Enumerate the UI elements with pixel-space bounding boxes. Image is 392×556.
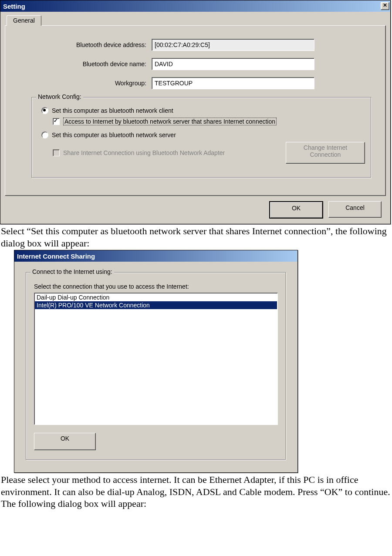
doc-paragraph-1: Select “Set this computer as bluetooth n…	[1, 225, 390, 249]
network-config-fieldset: Network Config: Set this computer as blu…	[31, 97, 372, 178]
setting-button-row: OK Cancel	[5, 199, 386, 219]
ics-instruction: Select the connection that you use to ac…	[34, 283, 278, 290]
cancel-button[interactable]: Cancel	[328, 201, 382, 218]
doc-paragraph-2: Please select your method to access inte…	[1, 474, 390, 510]
radio-client[interactable]	[41, 107, 48, 114]
setting-body: General Bluetooth device address: Blueto…	[0, 12, 390, 224]
connection-listbox[interactable]: Dail-up Dial-up Connection Intel(R) PRO/…	[34, 293, 278, 425]
bt-address-field[interactable]	[152, 39, 314, 51]
list-item[interactable]: Dail-up Dial-up Connection	[35, 293, 277, 301]
row-bt-address: Bluetooth device address:	[16, 39, 375, 51]
label-bt-name: Bluetooth device name:	[16, 61, 152, 67]
change-internet-button: Change Internet Connection	[286, 142, 365, 164]
ics-legend: Connect to the Internet using:	[30, 268, 114, 275]
tab-panel-general: Bluetooth device address: Bluetooth devi…	[5, 25, 386, 196]
check-access-label: Access to Internet by bluetooth network …	[63, 118, 277, 125]
check-access-row[interactable]: Access to Internet by bluetooth network …	[53, 118, 365, 125]
ics-fieldset: Connect to the Internet using: Select th…	[26, 272, 286, 460]
setting-titlebar[interactable]: Setting ✕	[0, 0, 390, 12]
check-access[interactable]	[53, 118, 60, 125]
ics-ok-row: OK	[34, 433, 278, 450]
radio-server-row[interactable]: Set this computer as bluetooth network s…	[41, 131, 365, 138]
tab-row: General	[7, 15, 386, 26]
check-share	[53, 149, 60, 156]
ics-ok-button[interactable]: OK	[34, 433, 96, 450]
row-workgroup: Workgroup:	[16, 77, 375, 89]
label-bt-address: Bluetooth device address:	[16, 41, 152, 48]
label-workgroup: Workgroup:	[16, 80, 152, 87]
network-config-legend: Network Config:	[36, 93, 83, 100]
radio-server[interactable]	[41, 131, 48, 138]
check-share-row: Share Internet Connection using Bluetoot…	[53, 142, 365, 164]
radio-client-label: Set this computer as bluetooth network c…	[52, 107, 173, 114]
ics-title: Internet Connect Sharing	[17, 253, 297, 260]
setting-title: Setting	[3, 3, 381, 10]
ics-body: Connect to the Internet using: Select th…	[14, 262, 297, 472]
check-share-label: Share Internet Connection using Bluetoot…	[63, 149, 225, 156]
radio-client-row[interactable]: Set this computer as bluetooth network c…	[41, 107, 365, 114]
radio-server-label: Set this computer as bluetooth network s…	[52, 131, 176, 138]
row-bt-name: Bluetooth device name:	[16, 58, 375, 70]
ics-dialog: Internet Connect Sharing Connect to the …	[14, 250, 298, 473]
ok-button[interactable]: OK	[269, 201, 323, 219]
setting-dialog: Setting ✕ General Bluetooth device addre…	[0, 0, 391, 224]
list-item[interactable]: Intel(R) PRO/100 VE Network Connection	[35, 301, 277, 309]
workgroup-field[interactable]	[152, 77, 314, 89]
close-icon[interactable]: ✕	[381, 2, 389, 10]
ics-titlebar[interactable]: Internet Connect Sharing	[14, 250, 297, 262]
bt-name-field[interactable]	[152, 58, 314, 70]
tab-general[interactable]: General	[7, 15, 41, 26]
